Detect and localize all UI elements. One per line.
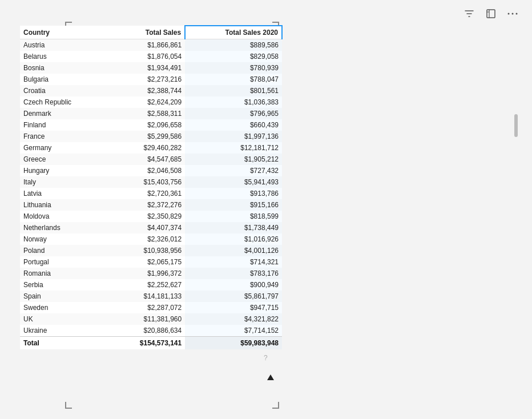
cell-15-0: Moldova <box>20 211 107 222</box>
table-row: Norway$2,326,012$1,016,926 <box>20 233 282 245</box>
table-row: Finland$2,096,658$660,439 <box>20 119 282 131</box>
header-total-sales-2020[interactable]: Total Sales 2020 <box>185 26 282 39</box>
cell-20-2: $783,176 <box>185 268 282 279</box>
cell-2-1: $1,934,491 <box>107 62 185 74</box>
cell-7-2: $660,439 <box>185 119 282 131</box>
mouse-cursor <box>267 374 274 380</box>
cell-8-0: France <box>20 131 107 142</box>
cell-1-1: $1,876,054 <box>107 51 185 62</box>
cell-17-0: Norway <box>20 233 107 245</box>
cell-18-0: Poland <box>20 245 107 256</box>
cell-13-0: Latvia <box>20 188 107 199</box>
cell-24-2: $4,321,822 <box>185 313 282 325</box>
cell-23-0: Sweden <box>20 302 107 313</box>
cell-9-1: $29,460,282 <box>107 142 185 154</box>
corner-bracket-br <box>272 402 279 409</box>
cell-0-1: $1,866,861 <box>107 39 185 51</box>
cell-14-0: Lithuania <box>20 199 107 211</box>
cell-5-2: $1,036,383 <box>185 96 282 108</box>
table-row: Romania$1,996,372$783,176 <box>20 268 282 279</box>
cell-22-0: Spain <box>20 291 107 302</box>
table-row: Croatia$2,388,744$801,561 <box>20 85 282 96</box>
cell-22-1: $14,181,133 <box>107 291 185 302</box>
cell-2-2: $780,939 <box>185 62 282 74</box>
cell-3-2: $788,047 <box>185 74 282 85</box>
cell-23-1: $2,287,072 <box>107 302 185 313</box>
cell-25-2: $7,714,152 <box>185 325 282 337</box>
cell-3-0: Bulgaria <box>20 74 107 85</box>
table-row: Portugal$2,065,175$714,321 <box>20 256 282 268</box>
cell-21-0: Serbia <box>20 279 107 291</box>
cell-1-2: $829,058 <box>185 51 282 62</box>
cell-19-0: Portugal <box>20 256 107 268</box>
table-row: Poland$10,938,956$4,001,126 <box>20 245 282 256</box>
cell-18-2: $4,001,126 <box>185 245 282 256</box>
cell-21-2: $900,949 <box>185 279 282 291</box>
table-row: Netherlands$4,407,374$1,738,449 <box>20 222 282 233</box>
cell-5-1: $2,624,209 <box>107 96 185 108</box>
cell-4-0: Croatia <box>20 85 107 96</box>
cell-5-0: Czech Republic <box>20 96 107 108</box>
cell-4-1: $2,388,744 <box>107 85 185 96</box>
table-row: France$5,299,586$1,997,136 <box>20 131 282 142</box>
table-row: Austria$1,866,861$889,586 <box>20 39 282 51</box>
cell-0-2: $889,586 <box>185 39 282 51</box>
cell-22-2: $5,861,797 <box>185 291 282 302</box>
table-row: Hungary$2,046,508$727,432 <box>20 165 282 176</box>
cell-16-2: $1,738,449 <box>185 222 282 233</box>
cell-3-1: $2,273,216 <box>107 74 185 85</box>
cell-14-2: $915,166 <box>185 199 282 211</box>
header-total-sales[interactable]: Total Sales <box>107 26 185 39</box>
cell-14-1: $2,372,276 <box>107 199 185 211</box>
expand-icon[interactable] <box>483 6 499 22</box>
table-row: Czech Republic$2,624,209$1,036,383 <box>20 96 282 108</box>
cell-7-1: $2,096,658 <box>107 119 185 131</box>
cell-8-1: $5,299,586 <box>107 131 185 142</box>
cell-12-2: $5,941,493 <box>185 176 282 188</box>
cell-1-0: Belarus <box>20 51 107 62</box>
cell-19-2: $714,321 <box>185 256 282 268</box>
table-row: UK$11,381,960$4,321,822 <box>20 313 282 325</box>
header-country[interactable]: Country <box>20 26 107 39</box>
cell-21-1: $2,252,627 <box>107 279 185 291</box>
cell-12-1: $15,403,756 <box>107 176 185 188</box>
table-row: Ukraine$20,886,634$7,714,152 <box>20 325 282 337</box>
cell-23-2: $947,715 <box>185 302 282 313</box>
table-row: Bulgaria$2,273,216$788,047 <box>20 74 282 85</box>
cell-17-1: $2,326,012 <box>107 233 185 245</box>
svg-rect-0 <box>487 10 495 18</box>
table-row: Lithuania$2,372,276$915,166 <box>20 199 282 211</box>
cell-19-1: $2,065,175 <box>107 256 185 268</box>
cell-6-2: $796,965 <box>185 108 282 119</box>
cell-20-1: $1,996,372 <box>107 268 185 279</box>
table-row: Denmark$2,588,311$796,965 <box>20 108 282 119</box>
cell-10-0: Greece <box>20 154 107 165</box>
filter-icon[interactable] <box>461 6 477 22</box>
table-row: Bosnia$1,934,491$780,939 <box>20 62 282 74</box>
vertical-scrollbar[interactable] <box>514 114 518 137</box>
footer-total-sales: $154,573,141 <box>107 337 185 350</box>
cell-11-1: $2,046,508 <box>107 165 185 176</box>
cell-6-1: $2,588,311 <box>107 108 185 119</box>
cell-9-0: Germany <box>20 142 107 154</box>
cell-2-0: Bosnia <box>20 62 107 74</box>
footer-label: Total <box>20 337 107 350</box>
cell-7-0: Finland <box>20 119 107 131</box>
cell-15-2: $818,599 <box>185 211 282 222</box>
table-row: Sweden$2,287,072$947,715 <box>20 302 282 313</box>
svg-point-1 <box>508 13 510 15</box>
toolbar <box>461 6 521 22</box>
more-options-icon[interactable] <box>505 6 521 22</box>
corner-bracket-bl <box>65 402 72 409</box>
cell-10-1: $4,547,685 <box>107 154 185 165</box>
table-row: Latvia$2,720,361$913,786 <box>20 188 282 199</box>
cell-16-1: $4,407,374 <box>107 222 185 233</box>
table-row: Belarus$1,876,054$829,058 <box>20 51 282 62</box>
table-row: Germany$29,460,282$12,181,712 <box>20 142 282 154</box>
cell-24-1: $11,381,960 <box>107 313 185 325</box>
table-row: Moldova$2,350,829$818,599 <box>20 211 282 222</box>
cell-16-0: Netherlands <box>20 222 107 233</box>
footer-total-sales-2020: $59,983,948 <box>185 337 282 350</box>
cell-15-1: $2,350,829 <box>107 211 185 222</box>
table-row: Spain$14,181,133$5,861,797 <box>20 291 282 302</box>
